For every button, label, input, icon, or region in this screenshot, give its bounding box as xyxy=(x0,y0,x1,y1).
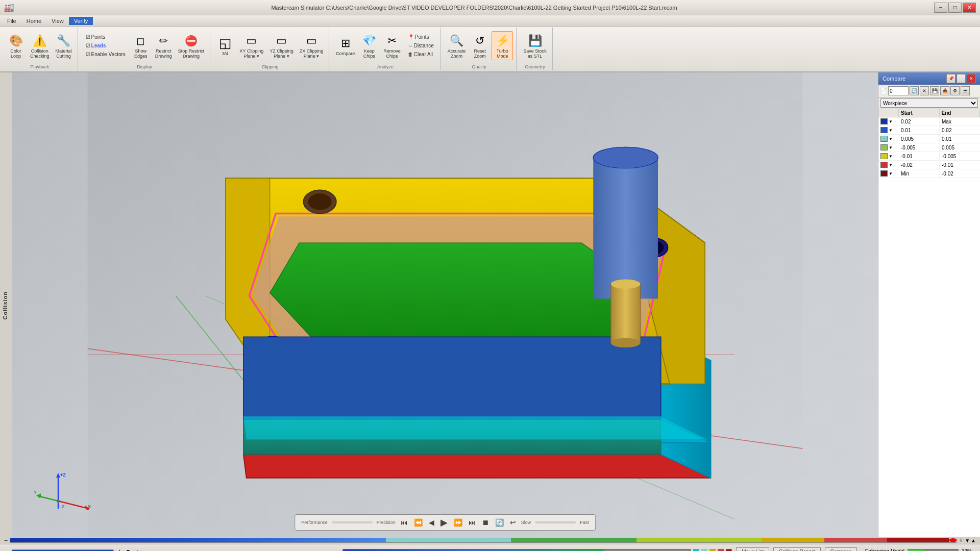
clear-all-btn[interactable]: 🗑 Clear All xyxy=(405,51,435,58)
rewind-start-button[interactable]: ⏮ xyxy=(400,518,409,527)
refresh-button[interactable]: 🔄 xyxy=(494,518,505,527)
panel-close-button[interactable]: ✕ xyxy=(967,74,976,83)
keep-chips-button[interactable]: 💎 KeepChips xyxy=(358,31,380,61)
compare-button[interactable]: ⊞ Compare xyxy=(333,34,357,58)
plus-btn[interactable]: + xyxy=(118,548,121,552)
move-list-tab[interactable]: Move List xyxy=(736,547,769,552)
compare-clear-button[interactable]: ✕ xyxy=(920,86,929,95)
step-forward-button[interactable]: ⏩ xyxy=(453,518,463,527)
xy-clipping-button[interactable]: ▭ XY ClippingPlane ▾ xyxy=(237,31,266,61)
maximize-button[interactable]: □ xyxy=(948,3,962,13)
workpiece-select[interactable]: Workpiece xyxy=(880,98,978,108)
ribbon-group-playback: 🎨 ColorLoop ⚠️ CollisionChecking 🔧 Mater… xyxy=(2,28,78,70)
play-button[interactable]: ▶ xyxy=(439,517,449,528)
menubar: File Home View Verify xyxy=(0,15,980,27)
menu-view[interactable]: View xyxy=(46,17,69,25)
compare-table-header: Start End xyxy=(878,109,980,117)
up-btn[interactable]: ▲ xyxy=(135,548,140,551)
three-quarter-button[interactable]: ◱ 3/4 xyxy=(214,34,236,58)
step-back-button[interactable]: ⏪ xyxy=(413,518,424,527)
plus-icon[interactable]: + xyxy=(959,537,963,544)
stop-button[interactable]: ⏹ xyxy=(481,518,490,527)
minus-btn[interactable]: − xyxy=(4,548,8,552)
dropdown-3[interactable]: ▼ xyxy=(889,137,893,141)
right-status-area xyxy=(342,549,732,552)
points-check[interactable]: ☑ Points xyxy=(83,33,108,41)
enhancing-status: Enhancing Model 33% xyxy=(861,548,976,551)
collision-report-tab[interactable]: Collision Report xyxy=(773,547,821,552)
compare-settings-button[interactable]: ⚙ xyxy=(950,86,960,95)
loop-button[interactable]: ↩ xyxy=(509,518,517,527)
stop-restrict-button[interactable]: ⛔ Stop RestrictDrawing xyxy=(176,31,207,61)
panel-pin-button[interactable]: 📌 xyxy=(946,74,955,83)
dropdown-7[interactable]: ▼ xyxy=(889,171,893,176)
yz-clipping-button[interactable]: ▭ YZ ClippingPlane ▾ xyxy=(267,31,296,61)
collision-checking-button[interactable]: ⚠️ CollisionChecking xyxy=(28,31,52,61)
compare-tab-label: Compare xyxy=(830,549,851,552)
color-cell-6: ▼ xyxy=(878,161,899,169)
fast-forward-button[interactable]: ⏭ xyxy=(468,518,477,527)
show-edges-button[interactable]: ◻ ShowEdges xyxy=(130,31,152,61)
turbo-mode-button[interactable]: ⚡ TurboMode xyxy=(492,31,513,61)
playback-buttons: 🎨 ColorLoop ⚠️ CollisionChecking 🔧 Mater… xyxy=(5,29,75,63)
close-button[interactable]: ✕ xyxy=(963,3,976,13)
keep-chips-icon: 💎 xyxy=(361,33,377,49)
enable-vectors-check[interactable]: ☑ Enable Vectors xyxy=(83,51,128,58)
compare-refresh-button[interactable]: 🔄 xyxy=(910,86,919,95)
zx-clipping-button[interactable]: ▭ ZX ClippingPlane ▾ xyxy=(297,31,326,61)
play-back-button[interactable]: ◀ xyxy=(428,518,435,527)
points-analyze-btn[interactable]: 📍 Points xyxy=(405,33,432,41)
chip-cyan xyxy=(693,549,699,552)
compare-save-button[interactable]: 💾 xyxy=(930,86,939,95)
menu-verify[interactable]: Verify xyxy=(69,17,93,25)
minimize-button[interactable]: − xyxy=(934,3,947,13)
left-progress-bar[interactable] xyxy=(12,549,114,552)
save-stock-button[interactable]: 💾 Save Stockas STL xyxy=(521,31,549,61)
down-arrow[interactable]: ▼ xyxy=(965,538,970,543)
dropdown-5[interactable]: ▼ xyxy=(889,154,893,159)
move-list-label: Move List xyxy=(742,549,764,552)
down-btn[interactable]: ▼ xyxy=(126,548,131,551)
remove-chips-button[interactable]: ✂ RemoveChips xyxy=(381,31,403,61)
reset-zoom-button[interactable]: ↺ ResetZoom xyxy=(469,31,491,61)
compare-import-button[interactable]: 📥 xyxy=(940,86,949,95)
dropdown-4[interactable]: ▼ xyxy=(889,145,893,150)
up-arrow[interactable]: ▲ xyxy=(971,538,976,543)
menu-home[interactable]: Home xyxy=(21,17,46,25)
speed-slider[interactable] xyxy=(535,521,576,523)
compare-input[interactable] xyxy=(888,86,909,95)
restrict-drawing-button[interactable]: ✏ RestrictDrawing xyxy=(153,31,175,61)
color-cell-5: ▼ xyxy=(878,152,899,160)
ribbon-group-quality: 🔍 AccurateZoom ↺ ResetZoom ⚡ TurboMode Q… xyxy=(442,28,517,70)
start-1: 0.02 xyxy=(899,118,940,126)
compare-tab[interactable]: Compare xyxy=(825,547,857,552)
performance-slider[interactable] xyxy=(332,521,373,523)
leads-check[interactable]: ☑ Leads xyxy=(83,42,109,49)
yz-icon: ▭ xyxy=(274,33,290,49)
panel-minimize-button[interactable]: − xyxy=(957,74,966,83)
ribbon-group-display: ☑ Points ☑ Leads ☑ Enable Vectors ◻ Show… xyxy=(79,28,211,70)
distance-label: Distance xyxy=(414,43,434,48)
dropdown-2[interactable]: ▼ xyxy=(889,128,893,133)
display-buttons: ☑ Points ☑ Leads ☑ Enable Vectors ◻ Show… xyxy=(82,29,207,63)
color-loop-button[interactable]: 🎨 ColorLoop xyxy=(5,31,27,61)
distance-btn[interactable]: ↔ Distance xyxy=(405,42,436,49)
start-5: -0.01 xyxy=(899,153,940,160)
menu-file[interactable]: File xyxy=(2,17,21,25)
three-quarter-label: 3/4 xyxy=(222,52,229,57)
viewport[interactable]: +Z -Z X Y Performance xyxy=(12,72,878,537)
compare-title: Compare xyxy=(883,76,905,82)
chip-red xyxy=(718,549,724,552)
accurate-zoom-button[interactable]: 🔍 AccurateZoom xyxy=(445,31,469,61)
scene-svg xyxy=(12,72,878,537)
points-analyze-label: Points xyxy=(415,34,429,40)
compare-list-button[interactable]: ☰ xyxy=(961,86,970,95)
minus-icon[interactable]: − xyxy=(4,537,8,544)
clear-all-icon: 🗑 xyxy=(408,52,413,57)
dropdown-6[interactable]: ▼ xyxy=(889,163,893,167)
bar-indicator[interactable] xyxy=(949,538,957,542)
clipping-buttons: ◱ 3/4 ▭ XY ClippingPlane ▾ ▭ YZ Clipping… xyxy=(214,29,326,63)
bar-blue xyxy=(10,538,386,542)
dropdown-1[interactable]: ▼ xyxy=(889,119,893,124)
material-cutting-button[interactable]: 🔧 MaterialCutting xyxy=(53,31,75,61)
